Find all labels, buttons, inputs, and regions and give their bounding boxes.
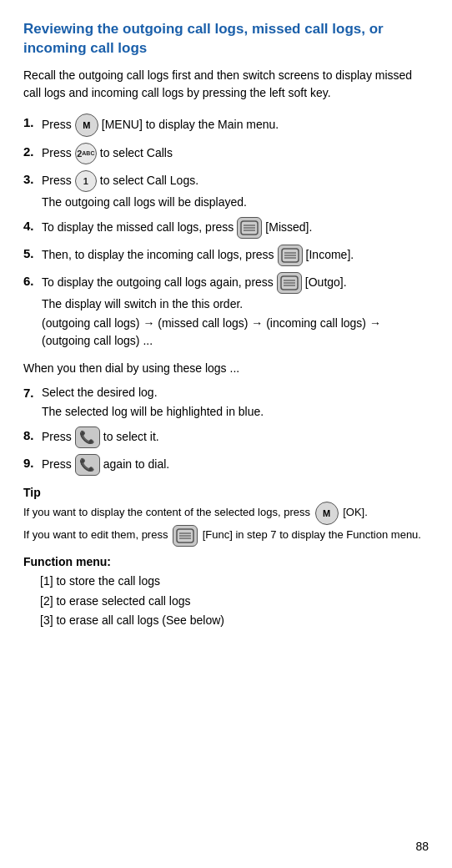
- step-text-before: Press: [42, 144, 72, 162]
- step-text-after: to select Calls: [100, 144, 173, 162]
- step-sub-text: The display will switch in the this orde…: [42, 295, 429, 313]
- tip-line2-before: If you want to edit them, press: [23, 528, 171, 541]
- list-item: 5.Then, to display the incoming call log…: [23, 245, 429, 266]
- 1-icon: 1: [75, 170, 97, 192]
- step-number: 5.: [23, 245, 42, 264]
- step-text-before: To display the outgoing call logs again,…: [42, 274, 274, 291]
- tip-line1-before: If you want to display the content of th…: [23, 506, 314, 518]
- softkey-right-icon: [278, 245, 303, 266]
- step-text-before: Press: [42, 172, 72, 189]
- step-content: To display the missed call logs, press […: [42, 217, 429, 239]
- list-item: 8.Press 📞 to select it.: [23, 426, 429, 448]
- list-item: 4.To display the missed call logs, press…: [23, 217, 429, 239]
- step-inline: Press 2ABC to select Calls: [42, 143, 173, 164]
- list-item: 6.To display the outgoing call logs agai…: [23, 272, 429, 350]
- mid-para: When you then dial by using these logs .…: [23, 360, 429, 377]
- tip-line1: If you want to display the content of th…: [23, 506, 368, 518]
- list-item: 2.Press 2ABC to select Calls: [23, 143, 429, 164]
- step-number: 4.: [23, 217, 42, 236]
- steps2-list: 7.Select the desired log. The selected l…: [23, 384, 429, 476]
- menu-icon: M: [315, 502, 339, 525]
- softkey-right-icon: [173, 525, 198, 547]
- step-text-after: [Missed].: [265, 219, 312, 236]
- step-content: Then, to display the incoming call logs,…: [42, 245, 429, 266]
- softkey-right-icon: [277, 272, 302, 294]
- list-item: 9.Press 📞 again to dial.: [23, 454, 429, 476]
- step-text-after: to select it.: [103, 428, 159, 446]
- intro-text: Recall the outgoing call logs first and …: [23, 67, 429, 102]
- func-list-item: [3] to erase all call logs (See below): [40, 611, 429, 631]
- step-sub-text2: (outgoing call logs) → (missed call logs…: [42, 315, 429, 350]
- step-inline: Press 📞 to select it.: [42, 426, 159, 448]
- step-number: 1.: [23, 114, 42, 133]
- func-list-item: [2] to erase selected call logs: [40, 592, 429, 612]
- step-text-before: Press: [42, 456, 72, 473]
- tip-line2: If you want to edit them, press [Func] i…: [23, 528, 421, 541]
- step-content: Select the desired log. The selected log…: [42, 384, 429, 421]
- step-content: Press M [MENU] to display the Main menu.: [42, 114, 429, 137]
- step-text-before: Press: [42, 428, 72, 446]
- step-text-after: [Income].: [306, 246, 354, 264]
- tip-line1-after: [OK].: [340, 506, 368, 518]
- step-inline: Then, to display the incoming call logs,…: [42, 245, 354, 266]
- step-inline: Press 1 to select Call Logs.: [42, 170, 198, 192]
- steps-list: 1.Press M [MENU] to display the Main men…: [23, 114, 429, 350]
- step-inline: Press 📞 again to dial.: [42, 454, 169, 476]
- step-text-after: to select Call Logs.: [100, 172, 198, 189]
- tip-block: If you want to display the content of th…: [23, 502, 429, 547]
- step-content: Press 1 to select Call Logs.The outgoing…: [42, 170, 429, 211]
- step-content: Press 📞 again to dial.: [42, 454, 429, 476]
- step-number: 7.: [23, 384, 42, 403]
- tip-label: Tip: [23, 486, 429, 499]
- step-text-before: Then, to display the incoming call logs,…: [42, 246, 274, 264]
- func-list-item: [1] to store the call logs: [40, 572, 429, 592]
- tip-line2-after: [Func] in step 7 to display the Function…: [199, 528, 421, 541]
- phone-icon: 📞: [75, 426, 100, 448]
- step-inline: Press M [MENU] to display the Main menu.: [42, 114, 279, 137]
- step-text-before: Select the desired log.: [42, 384, 158, 401]
- menu-icon: M: [75, 114, 98, 137]
- page-number: 88: [415, 840, 429, 853]
- step-text-after: again to dial.: [103, 456, 169, 473]
- step-number: 9.: [23, 454, 42, 473]
- step-number: 8.: [23, 426, 42, 446]
- step-number: 6.: [23, 272, 42, 291]
- step-number: 3.: [23, 170, 42, 189]
- func-label: Function menu:: [23, 555, 429, 568]
- step-text-before: To display the missed call logs, press: [42, 219, 234, 236]
- step-sub-text: The outgoing call logs will be displayed…: [42, 194, 429, 211]
- step-sub-text: The selected log will be highlighted in …: [42, 403, 429, 421]
- list-item: 7.Select the desired log. The selected l…: [23, 384, 429, 421]
- list-item: 3.Press 1 to select Call Logs.The outgoi…: [23, 170, 429, 211]
- step-text-after: [MENU] to display the Main menu.: [102, 116, 279, 134]
- step-content: Press 2ABC to select Calls: [42, 143, 429, 164]
- step-inline: To display the missed call logs, press […: [42, 217, 312, 239]
- page-title: Reviewing the outgoing call logs, missed…: [23, 20, 429, 58]
- step-number: 2.: [23, 143, 42, 162]
- step-inline: Select the desired log.: [42, 384, 158, 401]
- step-text-before: Press: [42, 116, 72, 134]
- step-text-after: [Outgo].: [305, 274, 347, 291]
- func-list: [1] to store the call logs[2] to erase s…: [23, 572, 429, 631]
- 2abc-icon: 2ABC: [75, 143, 97, 164]
- step-content: To display the outgoing call logs again,…: [42, 272, 429, 350]
- softkey-right-icon: [237, 217, 262, 239]
- step-content: Press 📞 to select it.: [42, 426, 429, 448]
- list-item: 1.Press M [MENU] to display the Main men…: [23, 114, 429, 137]
- step-inline: To display the outgoing call logs again,…: [42, 272, 347, 294]
- phone-icon: 📞: [75, 454, 100, 476]
